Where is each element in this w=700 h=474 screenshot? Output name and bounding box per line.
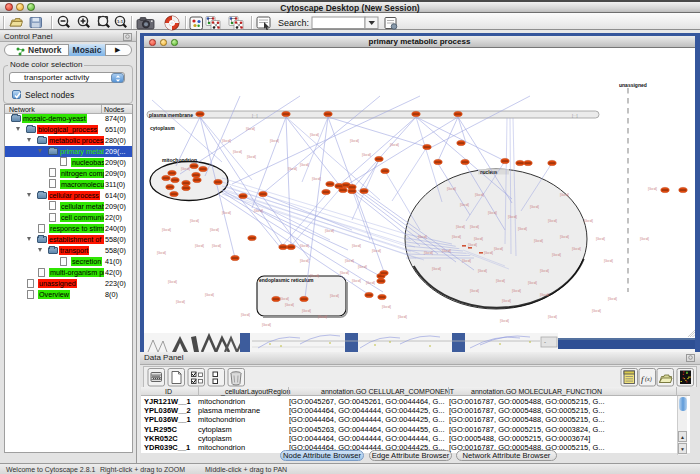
svg-text:unassigned: unassigned xyxy=(619,82,647,88)
svg-text:[···]: [···] xyxy=(572,114,578,118)
svg-text:[Go:id]: [Go:id] xyxy=(352,244,361,248)
svg-text:[Go:id]: [Go:id] xyxy=(484,251,493,255)
svg-text:[Go:id]: [Go:id] xyxy=(548,219,557,223)
svg-text:[Go:id]: [Go:id] xyxy=(222,211,231,215)
svg-text:[Go:id]: [Go:id] xyxy=(262,323,271,327)
svg-text:[Go:id]: [Go:id] xyxy=(350,139,359,143)
svg-text:[Go:id]: [Go:id] xyxy=(468,243,477,247)
svg-text:[Go:id]: [Go:id] xyxy=(285,303,294,307)
svg-text:[Go:id]: [Go:id] xyxy=(456,225,465,229)
svg-text:[Go:id]: [Go:id] xyxy=(452,235,461,239)
svg-text:[Go:id]: [Go:id] xyxy=(508,215,517,219)
svg-text:[Go:id]: [Go:id] xyxy=(442,249,451,253)
svg-text:mitochondrion: mitochondrion xyxy=(162,157,197,163)
svg-text:[Go:id]: [Go:id] xyxy=(540,293,549,297)
svg-text:[Go:id]: [Go:id] xyxy=(470,289,479,293)
svg-text:[Go:id]: [Go:id] xyxy=(496,279,505,283)
svg-text:[Go:id]: [Go:id] xyxy=(447,187,456,191)
svg-text:[Go:id]: [Go:id] xyxy=(345,259,354,263)
svg-text:[Go:id]: [Go:id] xyxy=(288,167,297,171)
svg-text:[Go:id]: [Go:id] xyxy=(528,281,537,285)
svg-text:[Go:id]: [Go:id] xyxy=(254,209,263,213)
svg-text:[Go:id]: [Go:id] xyxy=(418,235,427,239)
svg-text:[Go:id]: [Go:id] xyxy=(195,244,204,248)
svg-text:[Go:id]: [Go:id] xyxy=(176,300,185,304)
svg-text:[Go:id]: [Go:id] xyxy=(552,253,561,257)
svg-text:[Go:id]: [Go:id] xyxy=(162,228,171,232)
svg-text:[Go:id]: [Go:id] xyxy=(181,167,190,171)
svg-text:[Go:id]: [Go:id] xyxy=(474,237,483,241)
svg-text:[Go:id]: [Go:id] xyxy=(358,265,367,269)
svg-text:[Go:id]: [Go:id] xyxy=(233,150,242,154)
svg-text:[Go:id]: [Go:id] xyxy=(310,133,319,137)
svg-text:[Go:id]: [Go:id] xyxy=(648,187,657,191)
svg-text:Search:: Search: xyxy=(278,18,309,28)
svg-text:[Go:id]: [Go:id] xyxy=(330,294,339,298)
svg-text:[Go:id]: [Go:id] xyxy=(270,139,279,143)
svg-text:[Go:id]: [Go:id] xyxy=(530,205,539,209)
svg-text:[Go:id]: [Go:id] xyxy=(352,279,361,283)
svg-text:[Go:id]: [Go:id] xyxy=(300,163,309,167)
svg-text:[Go:id]: [Go:id] xyxy=(246,127,255,131)
svg-text:[Go:id]: [Go:id] xyxy=(280,297,289,301)
svg-text:[Go:id]: [Go:id] xyxy=(362,153,371,157)
svg-text:[Go:id]: [Go:id] xyxy=(366,281,375,285)
svg-text:[Go:id]: [Go:id] xyxy=(432,267,441,271)
svg-text:[Go:id]: [Go:id] xyxy=(494,247,503,251)
svg-text:[Go:id]: [Go:id] xyxy=(300,244,309,248)
svg-text:1:1: 1:1 xyxy=(117,19,124,24)
svg-text:[Go:id]: [Go:id] xyxy=(548,315,557,319)
svg-text:[Go:id]: [Go:id] xyxy=(372,249,381,253)
svg-text:[Go:id]: [Go:id] xyxy=(475,193,484,197)
svg-text:[Go:id]: [Go:id] xyxy=(478,269,487,273)
svg-text:[Go:id]: [Go:id] xyxy=(500,319,509,323)
svg-text:[Go:id]: [Go:id] xyxy=(310,274,319,278)
svg-text:[Go:id]: [Go:id] xyxy=(190,219,199,223)
svg-text:[Go:id]: [Go:id] xyxy=(210,228,219,232)
svg-text:[Go:id]: [Go:id] xyxy=(462,259,471,263)
svg-text:[Go:id]: [Go:id] xyxy=(470,225,479,229)
svg-text:[Go:id]: [Go:id] xyxy=(325,229,334,233)
svg-text:[Go:id]: [Go:id] xyxy=(424,251,433,255)
svg-text:[Go:id]: [Go:id] xyxy=(560,235,569,239)
svg-text:[Go:id]: [Go:id] xyxy=(560,193,569,197)
svg-text:[Go:id]: [Go:id] xyxy=(604,259,613,263)
svg-text:[Go:id]: [Go:id] xyxy=(312,177,321,181)
svg-text:[Go:id]: [Go:id] xyxy=(584,219,593,223)
svg-text:[Go:id]: [Go:id] xyxy=(382,305,391,309)
svg-text:[Go:id]: [Go:id] xyxy=(540,269,549,273)
svg-text:[Go:id]: [Go:id] xyxy=(300,259,309,263)
svg-text:[Go:id]: [Go:id] xyxy=(168,280,177,284)
svg-text:[Go:id]: [Go:id] xyxy=(640,237,649,241)
svg-text:[Go:id]: [Go:id] xyxy=(205,293,214,297)
svg-text:(x): (x) xyxy=(645,376,652,383)
svg-text:[Go:id]: [Go:id] xyxy=(157,251,166,255)
svg-text:[Go:id]: [Go:id] xyxy=(488,211,497,215)
svg-text:[Go:id]: [Go:id] xyxy=(390,143,399,147)
svg-text:[Go:id]: [Go:id] xyxy=(398,315,407,319)
svg-text:[Go:id]: [Go:id] xyxy=(460,203,469,207)
svg-text:[Go:id]: [Go:id] xyxy=(212,244,221,248)
svg-text:[Go:id]: [Go:id] xyxy=(340,271,349,275)
svg-text:[Go:id]: [Go:id] xyxy=(512,289,521,293)
svg-text:[Go:id]: [Go:id] xyxy=(608,297,617,301)
svg-text:cytoplasm: cytoplasm xyxy=(150,125,175,131)
svg-text:[Go:id]: [Go:id] xyxy=(302,309,311,313)
svg-text:[···]: [···] xyxy=(252,114,258,118)
svg-text:[Go:id]: [Go:id] xyxy=(572,247,581,251)
svg-text:[Go:id]: [Go:id] xyxy=(241,313,250,317)
svg-text:[Go:id]: [Go:id] xyxy=(247,155,256,159)
svg-text:[Go:id]: [Go:id] xyxy=(592,309,601,313)
svg-text:[Go:id]: [Go:id] xyxy=(318,315,327,319)
svg-text:-: - xyxy=(544,339,546,345)
svg-text:[Go:id]: [Go:id] xyxy=(518,227,527,231)
svg-text:[Go:id]: [Go:id] xyxy=(502,299,511,303)
svg-text:[Go:id]: [Go:id] xyxy=(596,237,605,241)
svg-text:[Go:id]: [Go:id] xyxy=(534,239,543,243)
svg-text:endoplasmic reticulum: endoplasmic reticulum xyxy=(259,277,314,283)
svg-text:[Go:id]: [Go:id] xyxy=(222,139,231,143)
